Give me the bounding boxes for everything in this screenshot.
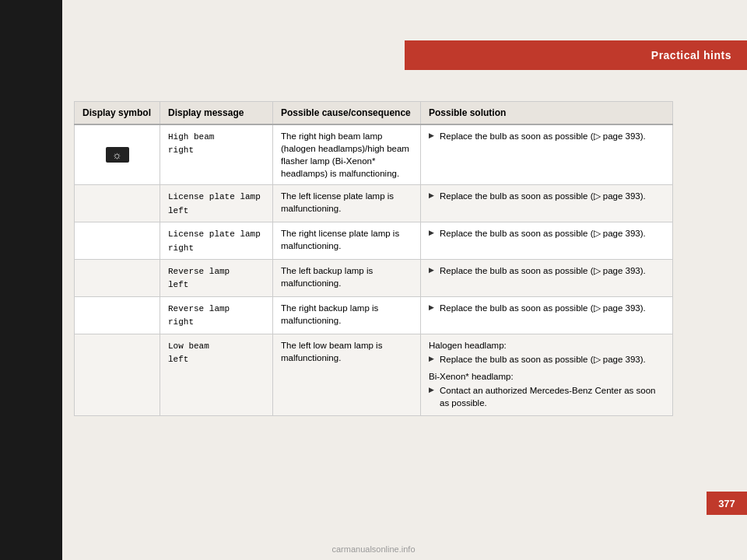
watermark: carmanualsonline.info	[0, 544, 747, 554]
col-header-solution: Possible solution	[421, 102, 673, 125]
table-row: License plate lamp rightThe right licens…	[75, 222, 673, 260]
solution-item: Replace the bulb as soon as possible (▷ …	[429, 130, 665, 142]
table-header-row: Display symbol Display message Possible …	[75, 102, 673, 125]
solution-cell: Replace the bulb as soon as possible (▷ …	[421, 222, 673, 260]
solution-item: Replace the bulb as soon as possible (▷ …	[429, 302, 665, 314]
message-cell: High beam right	[160, 124, 273, 185]
col-header-cause: Possible cause/consequence	[273, 102, 421, 125]
symbol-cell	[75, 259, 160, 296]
cause-cell: The right high beam lamp (halogen headla…	[273, 124, 421, 185]
main-table-container: Display symbol Display message Possible …	[74, 101, 673, 416]
cause-cell: The right license plate lamp is malfunct…	[273, 222, 421, 260]
message-text: License plate lamp right	[168, 229, 261, 252]
solution-item: Replace the bulb as soon as possible (▷ …	[429, 190, 665, 202]
solution-cell: Replace the bulb as soon as possible (▷ …	[421, 296, 673, 334]
col-header-symbol: Display symbol	[75, 102, 160, 125]
solution-item: Contact an authorized Mercedes-Benz Cent…	[429, 384, 665, 409]
message-text: High beam right	[168, 132, 214, 155]
content-table: Display symbol Display message Possible …	[74, 101, 673, 416]
solution-cell: Replace the bulb as soon as possible (▷ …	[421, 124, 673, 185]
symbol-cell	[75, 222, 160, 260]
solution-cell: Replace the bulb as soon as possible (▷ …	[421, 185, 673, 222]
page-number-badge: 377	[707, 492, 747, 515]
solution-cell: Halogen headlamp:Replace the bulb as soo…	[421, 334, 673, 415]
solution-cell: Replace the bulb as soon as possible (▷ …	[421, 259, 673, 296]
message-cell: Reverse lamp right	[160, 296, 273, 334]
table-row: ☼High beam rightThe right high beam lamp…	[75, 124, 673, 185]
solution-item: Replace the bulb as soon as possible (▷ …	[429, 353, 665, 366]
solution-section-label: Halogen headlamp:	[429, 339, 665, 352]
message-cell: License plate lamp left	[160, 185, 273, 222]
symbol-cell	[75, 334, 160, 415]
solution-item: Replace the bulb as soon as possible (▷ …	[429, 227, 665, 240]
table-row: License plate lamp leftThe left license …	[75, 185, 673, 222]
message-text: Reverse lamp left	[168, 267, 230, 289]
message-cell: License plate lamp right	[160, 222, 273, 260]
solution-section-label: Bi-Xenon* headlamp:	[429, 370, 665, 383]
header-bar: Practical hints	[405, 40, 747, 70]
high-beam-icon: ☼	[106, 147, 129, 163]
message-text: License plate lamp left	[168, 192, 261, 215]
cause-cell: The left license plate lamp is malfuncti…	[273, 185, 421, 222]
symbol-cell	[75, 185, 160, 222]
table-row: Reverse lamp rightThe right backup lamp …	[75, 296, 673, 334]
table-row: Low beam leftThe left low beam lamp is m…	[75, 334, 673, 415]
message-cell: Reverse lamp left	[160, 259, 273, 296]
message-cell: Low beam left	[160, 334, 273, 415]
symbol-cell	[75, 296, 160, 334]
cause-cell: The right backup lamp is malfunctioning.	[273, 296, 421, 334]
col-header-message: Display message	[160, 102, 273, 125]
page-title: Practical hints	[651, 49, 731, 61]
message-text: Low beam left	[168, 341, 209, 364]
cause-cell: The left backup lamp is malfunctioning.	[273, 259, 421, 296]
symbol-cell: ☼	[75, 124, 160, 185]
left-sidebar	[0, 0, 62, 560]
cause-cell: The left low beam lamp is malfunctioning…	[273, 334, 421, 415]
message-text: Reverse lamp right	[168, 304, 230, 327]
page-number: 377	[718, 498, 735, 509]
table-row: Reverse lamp leftThe left backup lamp is…	[75, 259, 673, 296]
solution-item: Replace the bulb as soon as possible (▷ …	[429, 264, 665, 277]
